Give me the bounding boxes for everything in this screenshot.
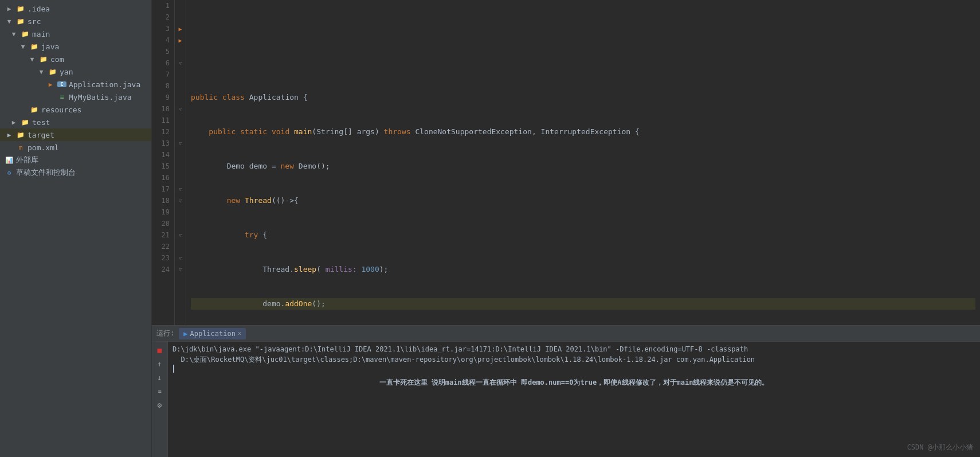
console-line-1: D:\jdk\bin\java.exe "-javaagent:D:\Intel… — [173, 344, 975, 354]
sidebar-item-mybatis[interactable]: ≡ MyMyBatis.java — [0, 91, 151, 103]
java-file-icon: C — [57, 81, 66, 87]
folder-icon: 📁 — [21, 30, 30, 38]
important-message: 一直卡死在这里 说明main线程一直在循环中 即demo.num==0为true… — [173, 377, 975, 388]
sidebar-item-external[interactable]: 📊 外部库 — [0, 154, 151, 166]
folder-icon: 📁 — [16, 5, 25, 13]
chevron-down-icon: ▼ — [28, 56, 37, 63]
file-tree[interactable]: ▶ 📁 .idea ▼ 📁 src ▼ 📁 main ▼ 📁 java ▼ 📁 … — [0, 0, 152, 457]
code-line-2 — [191, 57, 975, 69]
sidebar-item-test[interactable]: ▶ 📁 test — [0, 116, 151, 128]
tab-label: Application — [190, 330, 235, 338]
folder-icon: 📁 — [30, 106, 39, 114]
code-line-1 — [191, 23, 975, 34]
chevron-down-icon: ▼ — [5, 18, 14, 25]
chevron-right-icon: ▶ — [5, 131, 14, 139]
sidebar-item-label: main — [32, 30, 50, 38]
stop-button[interactable]: ■ — [154, 344, 166, 356]
code-line-7: try { — [191, 229, 975, 241]
sidebar-item-resources[interactable]: 📁 resources — [0, 103, 151, 116]
code-line-4: public static void main(String[] args) t… — [191, 126, 975, 138]
sidebar-item-label: .idea — [28, 5, 50, 13]
chart-icon: 📊 — [5, 157, 14, 164]
run-label: 运行: — [156, 329, 174, 338]
chevron-right-icon: ▶ — [46, 81, 55, 88]
text-cursor — [173, 365, 174, 373]
sidebar-item-label: com — [50, 55, 64, 64]
console-output: D:\jdk\bin\java.exe "-javaagent:D:\Intel… — [168, 342, 980, 457]
mybatis-file-icon: ≡ — [57, 93, 66, 101]
code-line-8: Thread.sleep( millis: 1000); — [191, 264, 975, 275]
cursor-line — [173, 365, 975, 373]
sidebar-item-pom[interactable]: m pom.xml — [0, 141, 151, 154]
scratch-icon: ⚙ — [5, 169, 14, 177]
folder-icon: 📁 — [39, 56, 48, 63]
fold-icon-17[interactable]: ▽ — [179, 186, 182, 192]
code-line-3: public class Application { — [191, 92, 975, 103]
fold-icon-23[interactable]: ▽ — [179, 255, 182, 261]
sidebar-item-label: Application.java — [69, 80, 140, 89]
scroll-down-button[interactable]: ↓ — [154, 372, 166, 383]
chevron-down-icon: ▼ — [18, 43, 28, 50]
fold-icon-10[interactable]: ▽ — [179, 106, 182, 112]
fold-icon-18[interactable]: ▽ — [179, 198, 182, 204]
code-lines[interactable]: public class Application { public static… — [186, 0, 980, 325]
breakpoint-arrow-3[interactable]: ▶ — [178, 26, 182, 32]
sidebar-item-label: MyMyBatis.java — [69, 93, 132, 101]
sidebar-item-idea[interactable]: ▶ 📁 .idea — [0, 2, 151, 15]
chevron-right-icon: ▶ — [9, 119, 18, 126]
editor-area: 1 2 3 4 5 6 7 8 9 10 11 12 13 14 15 16 1 — [152, 0, 980, 325]
chevron-down-icon: ▼ — [37, 68, 46, 76]
sidebar-item-java[interactable]: ▼ 📁 java — [0, 40, 151, 53]
gutter: ▶ ▶ ▽ ▽ ▽ ▽ ▽ — [175, 0, 186, 325]
sidebar-item-label: pom.xml — [28, 143, 59, 152]
sidebar-item-yan[interactable]: ▼ 📁 yan — [0, 65, 151, 78]
fold-icon-13[interactable]: ▽ — [179, 140, 182, 146]
left-toolbar: ■ ↑ ↓ ≡ ⚙ — [152, 342, 168, 457]
scroll-up-button[interactable]: ↑ — [154, 358, 166, 369]
tab-close-button[interactable]: × — [238, 330, 241, 337]
sidebar-item-main[interactable]: ▼ 📁 main — [0, 28, 151, 40]
folder-yellow-icon: 📁 — [16, 131, 25, 139]
wrap-button[interactable]: ≡ — [154, 385, 166, 397]
folder-icon: 📁 — [21, 119, 30, 126]
sidebar-item-label: test — [32, 118, 50, 127]
pom-icon: m — [16, 144, 25, 151]
sidebar-item-label: yan — [60, 68, 73, 76]
sidebar-item-com[interactable]: ▼ 📁 com — [0, 53, 151, 65]
sidebar-item-src[interactable]: ▼ 📁 src — [0, 15, 151, 28]
watermark: CSDN @小那么小小猪 — [907, 443, 973, 452]
sidebar-item-label: java — [41, 42, 59, 51]
sidebar-item-target[interactable]: ▶ 📁 target — [0, 128, 151, 141]
settings-button[interactable]: ⚙ — [154, 399, 166, 411]
fold-icon-24[interactable]: ▽ — [179, 267, 182, 272]
folder-icon: 📁 — [30, 43, 39, 50]
application-tab[interactable]: ▶ Application × — [179, 328, 246, 339]
sidebar-item-application[interactable]: ▶ C Application.java — [0, 78, 151, 91]
folder-icon: 📁 — [16, 18, 25, 25]
code-container[interactable]: 1 2 3 4 5 6 7 8 9 10 11 12 13 14 15 16 1 — [152, 0, 980, 325]
chevron-down-icon: ▼ — [9, 30, 18, 38]
run-icon: ▶ — [183, 330, 187, 338]
folder-icon: 📁 — [48, 68, 57, 76]
chevron-right-icon: ▶ — [5, 5, 14, 13]
sidebar-item-label: resources — [41, 106, 81, 114]
sidebar-item-label: 外部库 — [16, 155, 38, 165]
code-line-9: demo.addOne(); — [191, 298, 975, 310]
console-line-2: D:\桌面\RocketMQ\资料\juc01\target\classes;D… — [173, 354, 975, 365]
line-numbers: 1 2 3 4 5 6 7 8 9 10 11 12 13 14 15 16 1 — [152, 0, 175, 325]
sidebar-item-label: target — [28, 131, 54, 139]
code-line-5: Demo demo = new Demo(); — [191, 161, 975, 172]
bottom-inner: ■ ↑ ↓ ≡ ⚙ D:\jdk\bin\java.exe "-javaagen… — [152, 342, 980, 457]
bottom-panel: 运行: ▶ Application × ■ ↑ ↓ ≡ ⚙ D:\jdk\bin… — [152, 325, 980, 457]
sidebar-item-label: src — [28, 17, 41, 26]
code-line-6: new Thread(()->{ — [191, 195, 975, 206]
breakpoint-arrow-4[interactable]: ▶ — [178, 37, 182, 44]
bottom-tabs: 运行: ▶ Application × — [152, 326, 980, 342]
fold-icon-6[interactable]: ▽ — [179, 60, 182, 66]
sidebar-item-label: 草稿文件和控制台 — [16, 167, 76, 178]
fold-icon-21[interactable]: ▽ — [179, 232, 182, 238]
sidebar-item-scratch[interactable]: ⚙ 草稿文件和控制台 — [0, 166, 151, 179]
